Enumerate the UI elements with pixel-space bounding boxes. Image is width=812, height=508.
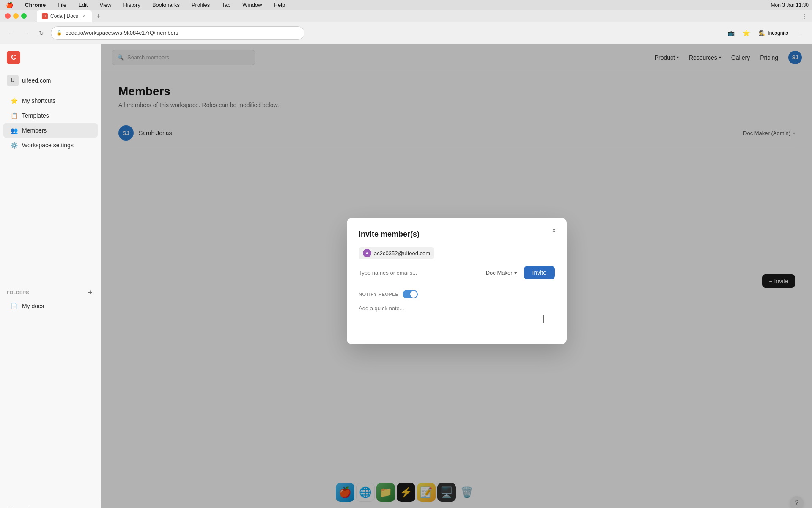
- add-folder-button[interactable]: +: [86, 288, 94, 297]
- sidebar-label-my-docs: My docs: [22, 303, 44, 309]
- coda-logo[interactable]: C: [7, 51, 20, 64]
- tab-favicon: C: [42, 13, 48, 19]
- main-content: 🔍 Search members Product ▾ Resources ▾ G…: [102, 44, 812, 508]
- shortcuts-icon: ⭐: [10, 97, 18, 105]
- menubar-history[interactable]: History: [121, 1, 143, 9]
- notify-label: NOTIFY PEOPLE: [359, 292, 398, 297]
- sidebar-logo-area: C: [0, 44, 101, 71]
- invite-action-button[interactable]: Invite: [524, 266, 555, 279]
- cursor-indicator: |: [543, 314, 545, 324]
- minimize-window-button[interactable]: [13, 13, 19, 19]
- email-tag-text: ac2c0352@uifeed.com: [374, 250, 430, 257]
- menubar-profiles[interactable]: Profiles: [189, 1, 212, 9]
- role-dropdown[interactable]: Doc Maker ▾: [483, 268, 521, 278]
- sidebar-label-members: Members: [22, 127, 47, 134]
- active-tab[interactable]: C Coda | Docs ×: [37, 10, 92, 22]
- modal-overlay[interactable]: × Invite member(s) A ac2c0352@uifeed.com: [102, 44, 812, 508]
- address-text: coda.io/workspaces/ws-9k084c17rQ/members: [66, 30, 178, 36]
- menubar-window[interactable]: Window: [240, 1, 264, 9]
- new-tab-button[interactable]: +: [93, 11, 104, 21]
- templates-icon: 📋: [10, 112, 18, 119]
- back-button[interactable]: ←: [5, 27, 17, 39]
- sidebar-nav: ⭐ My shortcuts 📋 Templates 👥 Members ⚙️ …: [0, 90, 101, 283]
- email-tag: A ac2c0352@uifeed.com: [359, 247, 434, 259]
- sidebar-item-templates[interactable]: 📋 Templates: [3, 108, 98, 123]
- modal-title: Invite member(s): [359, 230, 555, 239]
- incognito-label: Incognito: [768, 30, 788, 36]
- browser-titlebar: C Coda | Docs × + ⋮: [0, 10, 812, 22]
- email-input[interactable]: [359, 270, 479, 276]
- toggle-thumb: [410, 291, 417, 298]
- invite-input-row: Doc Maker ▾ Invite: [359, 266, 555, 283]
- role-selector-label: Doc Maker: [486, 270, 513, 276]
- notify-toggle[interactable]: [403, 290, 418, 298]
- tab-close-button[interactable]: ×: [81, 13, 87, 19]
- menubar: 🍎 Chrome File Edit View History Bookmark…: [0, 0, 812, 10]
- sidebar-item-my-shortcuts[interactable]: ⭐ My shortcuts: [3, 94, 98, 108]
- app-layout: C U uifeed.com ⭐ My shortcuts 📋 Template…: [0, 44, 812, 508]
- browser-chrome: ← → ↻ 🔒 coda.io/workspaces/ws-9k084c17rQ…: [0, 22, 812, 44]
- forward-button[interactable]: →: [20, 27, 32, 39]
- apple-menu[interactable]: 🍎: [3, 1, 16, 9]
- folders-section: FOLDERS +: [0, 283, 101, 298]
- sidebar: C U uifeed.com ⭐ My shortcuts 📋 Template…: [0, 44, 102, 508]
- workspace-name: uifeed.com: [22, 77, 51, 84]
- more-options-icon[interactable]: ⋮: [795, 27, 807, 39]
- more-options-label[interactable]: More options: [7, 506, 38, 508]
- modal-close-button[interactable]: ×: [548, 225, 560, 237]
- folders-label: FOLDERS: [7, 290, 29, 295]
- fullscreen-window-button[interactable]: [21, 13, 27, 19]
- security-icon: 🔒: [56, 30, 62, 36]
- sidebar-label-shortcuts: My shortcuts: [22, 97, 55, 104]
- menubar-help[interactable]: Help: [272, 1, 288, 9]
- note-input[interactable]: [359, 305, 555, 331]
- menubar-tab[interactable]: Tab: [219, 1, 233, 9]
- menubar-chrome[interactable]: Chrome: [22, 1, 48, 9]
- sidebar-label-templates: Templates: [22, 112, 49, 119]
- more-options-dots[interactable]: ···: [89, 505, 94, 508]
- menubar-time: Mon 3 Jan 11:30: [771, 2, 809, 8]
- sidebar-label-workspace-settings: Workspace settings: [22, 142, 74, 149]
- role-chevron-icon: ▾: [514, 270, 517, 276]
- sidebar-item-my-docs[interactable]: 📄 My docs: [3, 299, 98, 313]
- settings-icon: ⚙️: [10, 141, 18, 149]
- workspace-selector[interactable]: U uifeed.com: [0, 71, 101, 90]
- my-docs-icon: 📄: [10, 302, 18, 310]
- workspace-avatar: U: [7, 75, 19, 86]
- invite-modal: × Invite member(s) A ac2c0352@uifeed.com: [347, 218, 567, 344]
- menubar-view[interactable]: View: [97, 1, 114, 9]
- menubar-bookmarks[interactable]: Bookmarks: [150, 1, 182, 9]
- incognito-indicator[interactable]: 🕵️ Incognito: [755, 28, 792, 38]
- tab-strip: C Coda | Docs × +: [37, 10, 104, 22]
- close-window-button[interactable]: [5, 13, 11, 19]
- menubar-right: Mon 3 Jan 11:30: [771, 2, 809, 8]
- incognito-icon: 🕵️: [759, 30, 765, 36]
- bookmark-icon[interactable]: ⭐: [740, 27, 752, 39]
- notify-people-row: NOTIFY PEOPLE: [359, 290, 555, 298]
- menubar-edit[interactable]: Edit: [76, 1, 90, 9]
- traffic-lights: [5, 13, 27, 19]
- reload-button[interactable]: ↻: [36, 27, 47, 39]
- cast-icon[interactable]: 📺: [725, 27, 737, 39]
- browser-actions: 📺 ⭐ 🕵️ Incognito ⋮: [725, 27, 807, 39]
- sidebar-footer: More options ···: [0, 500, 101, 508]
- address-bar[interactable]: 🔒 coda.io/workspaces/ws-9k084c17rQ/membe…: [51, 26, 304, 40]
- email-avatar: A: [363, 249, 371, 257]
- menubar-file[interactable]: File: [55, 1, 69, 9]
- tab-title: Coda | Docs: [50, 13, 78, 19]
- sidebar-item-workspace-settings[interactable]: ⚙️ Workspace settings: [3, 138, 98, 152]
- members-icon: 👥: [10, 127, 18, 134]
- sidebar-item-members[interactable]: 👥 Members: [3, 123, 98, 138]
